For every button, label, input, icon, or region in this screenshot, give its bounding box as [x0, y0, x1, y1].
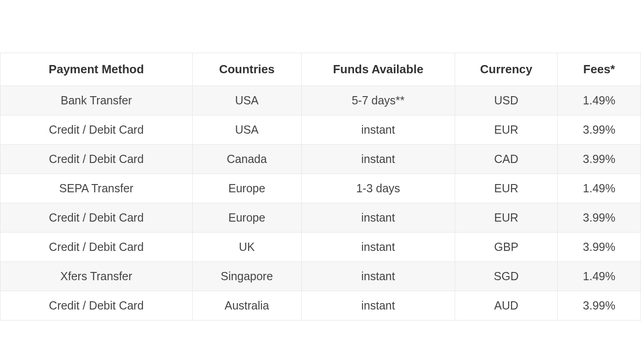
- cell-currency: EUR: [455, 115, 558, 145]
- cell-fees: 1.49%: [558, 86, 641, 115]
- cell-currency: EUR: [455, 203, 558, 233]
- cell-countries: UK: [192, 233, 301, 262]
- cell-countries: Australia: [192, 291, 301, 321]
- cell-payment-method: Credit / Debit Card: [0, 233, 193, 262]
- cell-funds-available: instant: [301, 115, 455, 145]
- cell-fees: 1.49%: [558, 262, 641, 291]
- cell-payment-method: Credit / Debit Card: [0, 203, 193, 233]
- header-fees: Fees*: [558, 53, 641, 86]
- header-currency: Currency: [455, 53, 558, 86]
- cell-payment-method: SEPA Transfer: [0, 174, 193, 203]
- header-funds-available: Funds Available: [301, 53, 455, 86]
- table-row: Credit / Debit Card Australia instant AU…: [0, 291, 641, 321]
- header-payment-method: Payment Method: [0, 53, 193, 86]
- cell-funds-available: 1-3 days: [301, 174, 455, 203]
- cell-funds-available: instant: [301, 233, 455, 262]
- cell-payment-method: Xfers Transfer: [0, 262, 193, 291]
- cell-payment-method: Credit / Debit Card: [0, 145, 193, 174]
- cell-countries: USA: [192, 86, 301, 115]
- cell-fees: 1.49%: [558, 174, 641, 203]
- cell-currency: EUR: [455, 174, 558, 203]
- cell-fees: 3.99%: [558, 291, 641, 321]
- cell-payment-method: Bank Transfer: [0, 86, 193, 115]
- payment-methods-table: Payment Method Countries Funds Available…: [0, 53, 641, 321]
- table-row: Credit / Debit Card Canada instant CAD 3…: [0, 145, 641, 174]
- table-row: Credit / Debit Card UK instant GBP 3.99%: [0, 233, 641, 262]
- cell-countries: Europe: [192, 174, 301, 203]
- cell-fees: 3.99%: [558, 203, 641, 233]
- cell-funds-available: instant: [301, 262, 455, 291]
- cell-countries: Singapore: [192, 262, 301, 291]
- cell-currency: SGD: [455, 262, 558, 291]
- table-header-row: Payment Method Countries Funds Available…: [0, 53, 641, 86]
- cell-currency: USD: [455, 86, 558, 115]
- table-row: Credit / Debit Card Europe instant EUR 3…: [0, 203, 641, 233]
- cell-fees: 3.99%: [558, 233, 641, 262]
- cell-funds-available: instant: [301, 145, 455, 174]
- cell-countries: USA: [192, 115, 301, 145]
- cell-payment-method: Credit / Debit Card: [0, 291, 193, 321]
- cell-funds-available: 5-7 days**: [301, 86, 455, 115]
- cell-countries: Canada: [192, 145, 301, 174]
- cell-currency: AUD: [455, 291, 558, 321]
- table-row: SEPA Transfer Europe 1-3 days EUR 1.49%: [0, 174, 641, 203]
- table-row: Credit / Debit Card USA instant EUR 3.99…: [0, 115, 641, 145]
- cell-currency: CAD: [455, 145, 558, 174]
- cell-funds-available: instant: [301, 291, 455, 321]
- table-row: Xfers Transfer Singapore instant SGD 1.4…: [0, 262, 641, 291]
- table-row: Bank Transfer USA 5-7 days** USD 1.49%: [0, 86, 641, 115]
- cell-countries: Europe: [192, 203, 301, 233]
- cell-currency: GBP: [455, 233, 558, 262]
- cell-payment-method: Credit / Debit Card: [0, 115, 193, 145]
- cell-fees: 3.99%: [558, 145, 641, 174]
- cell-fees: 3.99%: [558, 115, 641, 145]
- header-countries: Countries: [192, 53, 301, 86]
- cell-funds-available: instant: [301, 203, 455, 233]
